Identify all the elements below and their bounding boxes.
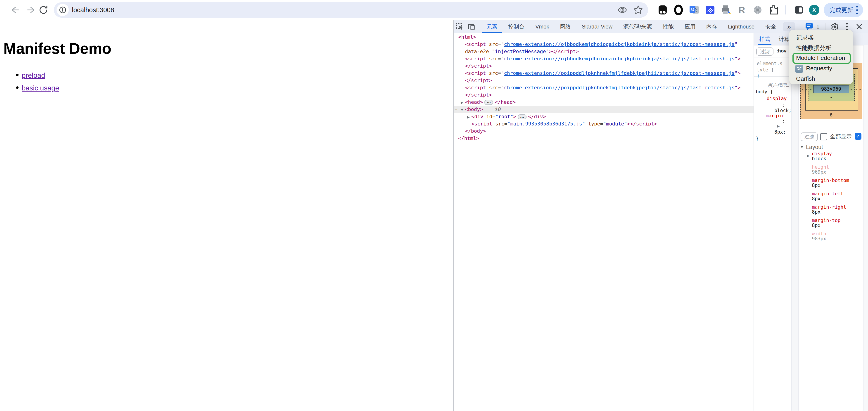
browser-menu-icon[interactable] <box>856 6 858 14</box>
url-text[interactable]: localhost:3008 <box>72 2 114 18</box>
url-bar[interactable]: localhost:3008 <box>54 2 648 18</box>
group-checkbox[interactable]: ✓ <box>855 133 862 140</box>
element-node-row[interactable]: <script src="chrome-extension://poippddl… <box>454 70 753 77</box>
toolbar-separator <box>785 5 786 14</box>
element-node-row[interactable]: ▶<head>…</head> <box>454 99 753 106</box>
extension-gray-circle-icon[interactable] <box>751 4 764 16</box>
element-node-row[interactable]: <html> <box>454 33 753 41</box>
issues-counter[interactable]: 1 <box>805 23 819 31</box>
computed-property-value: 8px <box>812 196 820 201</box>
extension-dark-dots-icon[interactable] <box>656 4 669 16</box>
site-info-icon[interactable] <box>57 4 69 16</box>
style-rule-text: : <box>782 103 785 108</box>
menu-item--[interactable]: 记录器 <box>796 34 814 41</box>
node-actions-icon[interactable]: ⋯ <box>455 106 457 113</box>
computed-filter-row: 过滤 全部显示 ✓ <box>799 130 864 143</box>
menu-item-garfish[interactable]: Garfish <box>796 75 815 82</box>
show-all-checkbox[interactable] <box>820 133 827 140</box>
style-rule-text: display <box>767 96 787 101</box>
expand-arrow-icon[interactable]: ▶ <box>807 154 810 158</box>
profile-avatar[interactable]: X <box>809 5 819 15</box>
list-bullet <box>16 86 19 89</box>
reload-icon[interactable] <box>38 4 49 15</box>
menu-item-module-federation[interactable]: Module Federation <box>796 55 845 62</box>
computed-property-value: 8px <box>812 183 820 188</box>
svg-text:R: R <box>739 5 745 15</box>
computed-property-name[interactable]: margin-bottom <box>812 178 849 183</box>
devtools-tab-内存[interactable]: 内存 <box>701 20 722 33</box>
boxmodel-content[interactable]: 983×969 <box>813 85 849 93</box>
styles-filter-row: 过滤 :hov <box>754 45 791 57</box>
extensions-puzzle-icon[interactable] <box>767 4 780 16</box>
style-rule-text: 用户代理… <box>767 82 789 88</box>
extension-r-letter-icon[interactable]: R <box>736 4 748 16</box>
devtools-tab-Slardar View[interactable]: Slardar View <box>576 20 618 33</box>
element-node-row[interactable]: </body> <box>454 127 753 135</box>
devtools-tab-元素[interactable]: 元素 <box>481 20 503 33</box>
element-node-row[interactable]: <script src="chrome-extension://poippddl… <box>454 84 753 91</box>
devtools-tab-控制台[interactable]: 控制台 <box>503 20 530 33</box>
inline-expand-button[interactable]: … <box>518 115 527 119</box>
extension-printer-icon[interactable] <box>720 4 732 16</box>
computed-property-name[interactable]: margin-right <box>812 204 846 210</box>
menu-item--[interactable]: 性能数据分析 <box>796 44 831 52</box>
style-rule-text: element.s <box>757 61 782 66</box>
devtools-tab-源代码/来源[interactable]: 源代码/来源 <box>618 20 657 33</box>
tab-styles[interactable]: 样式 <box>759 33 770 45</box>
element-node-row[interactable]: </html> <box>454 135 753 142</box>
hover-state-toggle[interactable]: :hov <box>776 48 786 54</box>
expand-arrow-icon[interactable]: ▶ <box>459 99 465 106</box>
google-translate-icon[interactable]: 文G <box>688 4 701 16</box>
devtools-tab-性能[interactable]: 性能 <box>657 20 679 33</box>
computed-filter-input[interactable]: 过滤 <box>801 132 818 141</box>
devtools-tab-Lighthouse[interactable]: Lighthouse <box>722 20 760 33</box>
link-preload[interactable]: preload <box>22 71 45 80</box>
close-devtools-icon[interactable] <box>854 22 864 32</box>
layout-group-header[interactable]: ▼Layout <box>800 144 823 150</box>
style-rule-text: ▶ <box>777 124 780 128</box>
extension-black-ring-icon[interactable] <box>672 4 685 16</box>
computed-scrollbar-gutter[interactable] <box>864 45 868 411</box>
computed-property-name[interactable]: height <box>812 164 829 170</box>
list-bullet <box>16 74 19 76</box>
side-panel-icon[interactable] <box>793 4 805 16</box>
menu-item-requestly[interactable]: Requestly <box>806 65 832 72</box>
inspect-element-icon[interactable] <box>454 20 465 33</box>
element-node-row[interactable]: </script> <box>454 77 753 84</box>
update-chrome-button[interactable]: 完成更新 <box>824 3 863 17</box>
computed-property-name[interactable]: width <box>812 231 826 236</box>
computed-property-name[interactable]: margin-left <box>812 191 843 196</box>
requestly-shuffle-icon <box>795 65 803 73</box>
element-node-row[interactable]: <script src="main.99353058b36d3175.js" t… <box>454 120 753 127</box>
devtools-tab-安全[interactable]: 安全 <box>760 20 782 33</box>
inline-expand-button[interactable]: … <box>485 100 493 105</box>
devtools-tab-Vmok[interactable]: Vmok <box>530 20 555 33</box>
style-rule-text: } <box>756 136 759 141</box>
devtools-tab-网络[interactable]: 网络 <box>555 20 576 33</box>
extension-blue-hatch-icon[interactable] <box>704 4 716 16</box>
link-basic-usage[interactable]: basic usage <box>22 84 59 92</box>
back-icon[interactable] <box>9 5 20 15</box>
bookmark-star-icon[interactable] <box>633 4 644 15</box>
devtools-tab-应用[interactable]: 应用 <box>679 20 701 33</box>
collapse-arrow-icon[interactable]: ▼ <box>459 106 465 114</box>
computed-property-name[interactable]: display <box>812 151 832 156</box>
forward-icon[interactable] <box>27 5 37 15</box>
element-node-row[interactable]: ⋯▼<body> == $0 <box>454 106 753 113</box>
element-node-row[interactable]: <script src="chrome-extension://ojbbodke… <box>454 41 753 48</box>
style-rule-text: } <box>757 73 760 78</box>
computed-property-value: 8px <box>812 223 820 228</box>
tab-computed[interactable]: 计算 <box>779 33 789 45</box>
element-node-row[interactable]: </script> <box>454 62 753 70</box>
element-node-row[interactable]: </script> <box>454 91 753 99</box>
computed-property-name[interactable]: margin-top <box>812 218 840 223</box>
element-node-row[interactable]: <script src="chrome-extension://ojbbodke… <box>454 55 753 62</box>
preview-eye-icon[interactable] <box>617 4 628 15</box>
styles-filter-input[interactable]: 过滤 <box>756 48 773 56</box>
element-node-row[interactable]: data-e2e="injectPostMessage"></script> <box>454 48 753 55</box>
elements-tree: <html><script src="chrome-extension://oj… <box>454 33 754 411</box>
expand-arrow-icon[interactable]: ▶ <box>465 114 471 121</box>
styles-scrollbar-gutter[interactable] <box>791 45 799 411</box>
device-toolbar-icon[interactable] <box>465 20 477 33</box>
element-node-row[interactable]: ▶<div id="root">…</div> <box>454 113 753 120</box>
